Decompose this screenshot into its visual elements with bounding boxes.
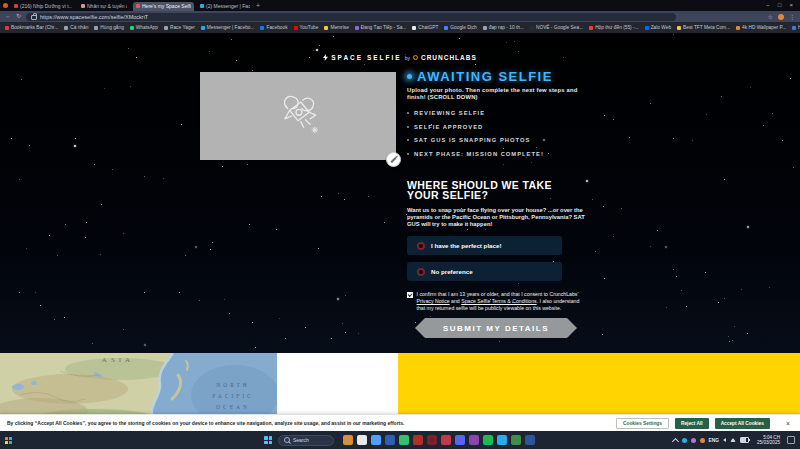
taskbar-app-icon[interactable]: [497, 435, 507, 445]
widgets-icon[interactable]: [5, 437, 12, 444]
bookmark-item[interactable]: Facebook: [260, 25, 287, 30]
volume-icon[interactable]: [723, 438, 726, 442]
bookmark-item[interactable]: Messenger | Facebo...: [201, 25, 255, 30]
taskbar-app-icon[interactable]: [455, 435, 465, 445]
option-no-preference[interactable]: No preference: [407, 262, 562, 281]
bookmark-item[interactable]: Bookmarks Bar (Chr...: [5, 25, 58, 30]
taskbar-clock[interactable]: 5:04 CH 25/03/2025: [757, 435, 780, 446]
bookmark-item[interactable]: WhatsApp: [130, 25, 158, 30]
taskbar-app-icon[interactable]: [483, 435, 493, 445]
consent-checkbox[interactable]: [407, 292, 413, 298]
start-button[interactable]: [264, 436, 272, 444]
address-bar[interactable]: https://www.spaceselfie.com/selfie/XMock…: [26, 13, 676, 21]
taskbar-app-icon[interactable]: [427, 435, 437, 445]
option-label: No preference: [431, 268, 473, 275]
status-step: REVIEWING SELFIE: [407, 110, 544, 116]
notification-center-icon[interactable]: [787, 436, 795, 444]
bookmark-item[interactable]: Hùng gắng: [94, 25, 123, 30]
bookmark-item[interactable]: đạp rạp - 10 th...: [483, 25, 524, 30]
bookmark-item[interactable]: NOVÉ - Google Sea...: [530, 25, 583, 30]
bookmark-icon: [5, 26, 9, 30]
bookmark-item[interactable]: ChatGPT: [412, 25, 438, 30]
tab-favicon: [200, 4, 204, 8]
taskbar-app-icon[interactable]: [525, 435, 535, 445]
tab-favicon: [136, 4, 140, 8]
cookie-close-icon[interactable]: ×: [786, 420, 790, 427]
browser-profile-icon[interactable]: [3, 3, 8, 8]
tab-youtube[interactable]: (216) Nhịp Dưỡng vì t...: [11, 2, 75, 11]
search-placeholder: Search: [293, 437, 309, 443]
terms-conditions-link[interactable]: Space Selfie Terms & Conditions: [461, 298, 536, 304]
bookmark-item[interactable]: 4k HD Wallpaper P...: [736, 25, 786, 30]
tab-label: (216) Nhịp Dưỡng vì t...: [20, 3, 72, 9]
tray-app-icon[interactable]: [682, 438, 687, 443]
taskbar-app-icon[interactable]: [385, 435, 395, 445]
edit-photo-button[interactable]: [386, 152, 401, 167]
cookies-settings-button[interactable]: Cookies Settings: [616, 418, 669, 429]
pencil-icon: [390, 156, 396, 162]
bookmark-item[interactable]: Hướng Dẫn Tân Thủ...: [792, 25, 800, 30]
tab-label: (2) Messenger | Facebook: [206, 3, 250, 9]
brand-crunchlabs[interactable]: CRUNCHLABS: [421, 54, 477, 61]
bookmark-item[interactable]: Google Dịch: [444, 25, 476, 30]
brand-space-selfie: SPACE SELFIE: [331, 54, 401, 61]
bookmark-icon: [677, 26, 681, 30]
bookmark-label: Facebook: [266, 25, 287, 30]
status-title: AWAITING SELFIE: [417, 69, 553, 84]
radio-icon[interactable]: [417, 242, 425, 250]
bookmark-star-icon[interactable]: ☆: [768, 13, 773, 20]
browser-toolbar: ← ↻ https://www.spaceselfie.com/selfie/X…: [0, 11, 800, 22]
taskbar-app-icon[interactable]: [469, 435, 479, 445]
bookmark-item[interactable]: Best TFT Meta Com...: [677, 25, 730, 30]
tab-hr[interactable]: Nhân sự & tuyển dụng: [78, 2, 130, 11]
tray-expand-icon[interactable]: [672, 437, 679, 444]
taskbar-app-icon[interactable]: [357, 435, 367, 445]
taskbar-app-icon[interactable]: [511, 435, 521, 445]
minimize-button[interactable]: −: [766, 0, 770, 11]
language-indicator[interactable]: ENG: [709, 438, 719, 443]
submit-details-button[interactable]: SUBMIT MY DETAILS: [415, 318, 577, 338]
tray-app-icon[interactable]: [691, 438, 696, 443]
bookmark-item[interactable]: Cá nhân: [64, 25, 88, 30]
new-tab-button[interactable]: +: [256, 1, 260, 10]
browser-menu-icon[interactable]: ⋮: [789, 13, 795, 20]
bullet-icon: [407, 153, 409, 155]
youtube-icon: [294, 26, 298, 30]
privacy-notice-link[interactable]: Privacy Notice: [417, 298, 450, 304]
crunchlabs-logo-icon: [413, 55, 418, 60]
bookmark-label: 4k HD Wallpaper P...: [742, 25, 786, 30]
taskbar-app-icon[interactable]: [399, 435, 409, 445]
reload-icon[interactable]: ↻: [16, 11, 21, 22]
taskbar-app-icon[interactable]: [343, 435, 353, 445]
battery-icon[interactable]: [740, 437, 749, 443]
tab-messenger[interactable]: (2) Messenger | Facebook: [197, 2, 253, 11]
browser-avatar[interactable]: [778, 14, 784, 20]
close-button[interactable]: ×: [789, 0, 793, 11]
accept-all-cookies-button[interactable]: Accept All Cookies: [715, 418, 770, 429]
bookmark-item[interactable]: YouTube: [294, 25, 319, 30]
maximize-button[interactable]: □: [778, 0, 782, 11]
bookmark-item[interactable]: Race Yager: [164, 25, 195, 30]
taskbar-app-icon[interactable]: [441, 435, 451, 445]
taskbar-search[interactable]: Search: [278, 435, 334, 446]
back-icon[interactable]: ←: [5, 11, 11, 22]
browser-titlebar: (216) Nhịp Dưỡng vì t... Nhân sự & tuyển…: [0, 0, 800, 11]
network-icon[interactable]: [730, 438, 736, 442]
bookmark-item[interactable]: Đang Tạo Tiếp - Sa...: [355, 25, 407, 30]
windows-taskbar: Search ENG 5: [0, 431, 800, 449]
bookmark-icon: [355, 26, 359, 30]
option-perfect-place[interactable]: I have the perfect place!: [407, 236, 562, 255]
reject-all-button[interactable]: Reject All: [675, 418, 709, 429]
taskbar-app-icon[interactable]: [371, 435, 381, 445]
bookmark-item[interactable]: Memrise: [324, 25, 348, 30]
tray-app-icon[interactable]: [700, 438, 705, 443]
bookmark-label: Messenger | Facebo...: [207, 25, 255, 30]
taskbar-app-icon[interactable]: [413, 435, 423, 445]
gmail-icon: [589, 26, 593, 30]
bookmark-item[interactable]: Zalo Web: [645, 25, 671, 30]
tab-space-selfie-active[interactable]: Here's my Space Selfie fr...: [133, 2, 194, 11]
status-steps-list: REVIEWING SELFIE SELFIE APPROVED SAT GUS…: [407, 110, 544, 164]
bookmark-item[interactable]: Hộp thư đến (55) -...: [589, 25, 638, 30]
radio-icon[interactable]: [417, 268, 425, 276]
selfie-photo-placeholder[interactable]: [200, 72, 396, 160]
